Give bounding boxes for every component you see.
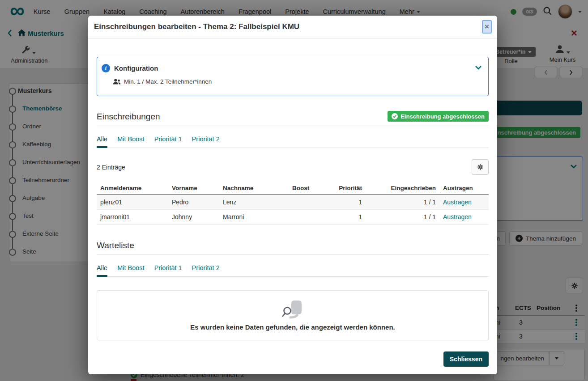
gear-icon [477,164,484,170]
col-austragen: Austragen [439,182,489,195]
enrollments-tabs: Alle Mit Boost Priorität 1 Priorität 2 [97,135,489,148]
info-icon: i [102,64,110,72]
tab-alle[interactable]: Alle [97,135,107,148]
enrollment-closed-badge-label: Einschreibung abgeschlossen [401,113,485,120]
waitlist-empty-state: Es wurden keine Daten gefunden, die ange… [97,290,489,340]
tab-mit-boost[interactable]: Mit Boost [117,264,144,276]
table-settings-button[interactable] [472,159,489,175]
waitlist-heading: Warteliste [97,241,134,250]
waitlist-tabs: Alle Mit Boost Priorität 1 Priorität 2 [97,264,489,277]
cell-firstname: Johnny [168,210,219,224]
cell-firstname: Pedro [168,195,219,210]
col-eingeschrieben: Eingeschrieben [366,182,439,195]
table-row: jmarroni01 Johnny Marroni 1 1 / 1 Austra… [97,210,489,224]
table-row: plenz01 Pedro Lenz 1 1 / 1 Austragen [97,195,489,210]
entries-count: 2 Einträge [97,164,125,171]
no-data-icon [281,300,305,320]
cell-lastname: Marroni [219,210,289,224]
enrollments-heading: Einschreibungen [97,112,160,122]
col-boost: Boost [289,182,325,195]
screen: ∞ Kurse Gruppen Katalog Coaching Autoren… [0,0,588,381]
table-toolbar: 2 Einträge [97,159,489,175]
col-prioritaet: Priorität [325,182,366,195]
table-header-row: Anmeldename Vorname Nachname Boost Prior… [97,182,489,195]
tab-prioritaet-1[interactable]: Priorität 1 [154,264,182,276]
tab-prioritaet-1[interactable]: Priorität 1 [154,135,182,148]
dialog-body: i Konfiguration Min. 1 / Max. 2 Teilnehm… [88,57,497,367]
cell-priority: 1 [325,195,366,210]
waitlist-section-header: Warteliste [97,241,489,255]
col-nachname: Nachname [219,182,289,195]
enrollment-closed-badge: Einschreibung abgeschlossen [388,111,489,122]
cell-username: plenz01 [97,195,168,210]
dialog-title: Einschreibungen bearbeiten - Thema 2: Fa… [88,16,497,38]
empty-message: Es wurden keine Daten gefunden, die ange… [190,323,395,331]
participants-limit-text: Min. 1 / Max. 2 Teilnehmer*innen [124,78,212,85]
tab-alle[interactable]: Alle [97,264,107,277]
cell-enrolled: 1 / 1 [366,210,439,224]
configuration-title: Konfiguration [114,64,158,72]
cell-priority: 1 [325,210,366,224]
close-button[interactable]: Schliessen [443,351,489,367]
austragen-link[interactable]: Austragen [443,199,472,206]
cell-boost [289,195,325,210]
cell-boost [289,210,325,224]
tab-prioritaet-2[interactable]: Priorität 2 [192,135,220,148]
participants-limit: Min. 1 / Max. 2 Teilnehmer*innen [113,78,212,85]
chevron-down-icon[interactable] [475,64,482,72]
cell-enrolled: 1 / 1 [366,195,439,210]
edit-enrollments-dialog: Einschreibungen bearbeiten - Thema 2: Fa… [88,16,497,374]
cell-username: jmarroni01 [97,210,168,224]
close-icon[interactable]: × [482,20,492,34]
dialog-header: Einschreibungen bearbeiten - Thema 2: Fa… [88,16,497,38]
people-icon [113,79,121,85]
tab-mit-boost[interactable]: Mit Boost [117,135,144,148]
austragen-link[interactable]: Austragen [443,213,472,220]
check-circle-icon [392,113,398,119]
enrollments-section-header: Einschreibungen Einschreibung abgeschlos… [97,111,489,126]
enrollments-table: Anmeldename Vorname Nachname Boost Prior… [97,182,489,224]
configuration-panel: i Konfiguration Min. 1 / Max. 2 Teilnehm… [97,57,489,96]
dialog-footer: Schliessen [97,351,489,367]
cell-lastname: Lenz [219,195,289,210]
col-anmeldename: Anmeldename [97,182,168,195]
col-vorname: Vorname [168,182,219,195]
tab-prioritaet-2[interactable]: Priorität 2 [192,264,220,276]
